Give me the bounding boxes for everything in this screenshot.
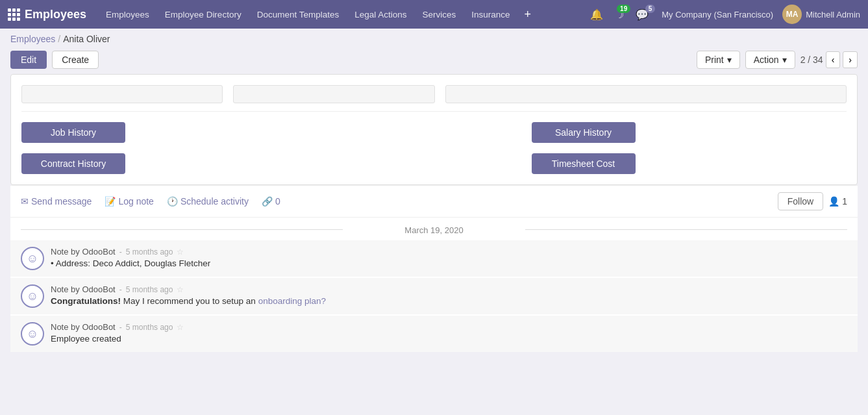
message-icon: ✉ <box>21 196 29 207</box>
company-selector[interactable]: My Company (San Francisco) <box>656 7 778 22</box>
salary-history-button[interactable]: Salary History <box>532 122 636 143</box>
field-stub-2 <box>233 85 434 103</box>
chevron-down-icon: ▾ <box>727 55 732 65</box>
timesheet-cost-button[interactable]: Timesheet Cost <box>532 153 636 174</box>
pager-count: 2 / 34 <box>800 55 823 65</box>
note-body: Employee created <box>51 334 847 344</box>
toolbar: Edit Create Print ▾ Action ▾ 2 / 34 ‹ › <box>0 47 868 74</box>
notifications-icon[interactable]: ☽ 19 <box>611 6 628 23</box>
note-content: Note by OdooBot - 5 months ago ☆ • Addre… <box>51 247 847 268</box>
breadcrumb: Employees / Anita Oliver <box>0 29 868 47</box>
employee-form: Job History Salary History Contract Hist… <box>10 74 858 185</box>
link-button[interactable]: 🔗 0 <box>262 196 280 207</box>
action-button[interactable]: Action ▾ <box>745 51 795 69</box>
note-content: Note by OdooBot - 5 months ago ☆ Employe… <box>51 322 847 344</box>
note-time: - <box>119 285 122 294</box>
pager-next[interactable]: › <box>843 51 858 68</box>
log-note-button[interactable]: 📝 Log note <box>105 196 154 207</box>
avatar: ☺ <box>21 322 44 346</box>
pager-prev[interactable]: ‹ <box>826 51 841 68</box>
nav-employee-directory[interactable]: Employee Directory <box>158 7 248 22</box>
user-avatar[interactable]: MA <box>782 5 802 24</box>
note-timestamp: 5 months ago <box>126 247 173 257</box>
clock-icon: 🕐 <box>167 196 178 207</box>
breadcrumb-parent[interactable]: Employees <box>10 34 55 44</box>
schedule-activity-button[interactable]: 🕐 Schedule activity <box>167 196 249 207</box>
nav-legal-actions[interactable]: Legal Actions <box>348 7 413 22</box>
send-message-button[interactable]: ✉ Send message <box>21 196 92 207</box>
log-icon: 📝 <box>105 196 116 207</box>
job-history-button[interactable]: Job History <box>21 122 125 143</box>
add-menu-button[interactable]: + <box>519 8 537 21</box>
note-body: Congratulations! May I recommend you to … <box>51 296 847 306</box>
date-separator: March 19, 2020 <box>10 218 858 240</box>
app-grid-icon[interactable] <box>8 8 18 21</box>
user-icon: 👤 <box>828 196 839 207</box>
create-button[interactable]: Create <box>52 51 99 69</box>
link-icon: 🔗 <box>262 196 273 207</box>
breadcrumb-current: Anita Oliver <box>63 34 110 44</box>
follow-button[interactable]: Follow <box>778 192 823 210</box>
nav-links: Employees Employee Directory Document Te… <box>99 7 586 22</box>
stat-buttons-grid: Job History Salary History Contract Hist… <box>21 122 847 174</box>
note-body: • Address: Deco Addict, Douglas Fletcher <box>51 258 847 268</box>
notification-badge: 19 <box>617 5 630 13</box>
user-name[interactable]: Mitchell Admin <box>806 10 860 19</box>
note-author: Note by OdooBot <box>51 247 116 257</box>
onboarding-link[interactable]: onboarding plan? <box>258 296 326 306</box>
note-content: Note by OdooBot - 5 months ago ☆ Congrat… <box>51 284 847 306</box>
breadcrumb-separator: / <box>58 34 60 44</box>
star-icon[interactable]: ☆ <box>177 247 184 257</box>
pager: 2 / 34 ‹ › <box>800 51 858 68</box>
messages-badge: 5 <box>645 5 656 13</box>
note-timestamp: 5 months ago <box>126 323 173 332</box>
note-timestamp: 5 months ago <box>126 285 173 294</box>
note-item: ☺ Note by OdooBot - 5 months ago ☆ • Add… <box>10 240 858 277</box>
nav-document-templates[interactable]: Document Templates <box>251 7 346 22</box>
follow-area: Follow 👤 1 <box>778 192 847 210</box>
chatter: ✉ Send message 📝 Log note 🕐 Schedule act… <box>10 185 858 352</box>
topnav-icons: 🔔 ☽ 19 💬 5 My Company (San Francisco) MA… <box>586 5 860 24</box>
field-stub-1 <box>21 85 223 103</box>
avatar: ☺ <box>21 247 44 270</box>
note-time: - <box>119 247 122 257</box>
nav-services[interactable]: Services <box>416 7 463 22</box>
top-navigation: Employees Employees Employee Directory D… <box>0 0 868 29</box>
messages-icon[interactable]: 💬 5 <box>632 6 652 23</box>
field-stub-3 <box>445 85 847 103</box>
app-brand: Employees <box>25 8 86 21</box>
star-icon[interactable]: ☆ <box>177 323 184 332</box>
avatar: ☺ <box>21 284 44 308</box>
nav-insurance[interactable]: Insurance <box>465 7 516 22</box>
contract-history-button[interactable]: Contract History <box>21 153 125 174</box>
chevron-down-icon: ▾ <box>782 55 787 65</box>
odoobot-icon: ☺ <box>27 327 38 341</box>
note-item: ☺ Note by OdooBot - 5 months ago ☆ Emplo… <box>10 316 858 352</box>
note-time: - <box>119 323 122 332</box>
note-author: Note by OdooBot <box>51 284 116 294</box>
nav-employees[interactable]: Employees <box>99 7 156 22</box>
bell-icon[interactable]: 🔔 <box>586 6 607 23</box>
odoobot-icon: ☺ <box>27 252 38 266</box>
form-fields-row <box>21 85 847 112</box>
odoobot-icon: ☺ <box>27 290 38 303</box>
star-icon[interactable]: ☆ <box>177 285 184 294</box>
chatter-actions-bar: ✉ Send message 📝 Log note 🕐 Schedule act… <box>10 186 858 218</box>
edit-button[interactable]: Edit <box>10 51 47 69</box>
followers-count: 👤 1 <box>828 196 847 207</box>
print-button[interactable]: Print ▾ <box>697 51 740 69</box>
note-author: Note by OdooBot <box>51 322 116 332</box>
note-item: ☺ Note by OdooBot - 5 months ago ☆ Congr… <box>10 278 858 314</box>
